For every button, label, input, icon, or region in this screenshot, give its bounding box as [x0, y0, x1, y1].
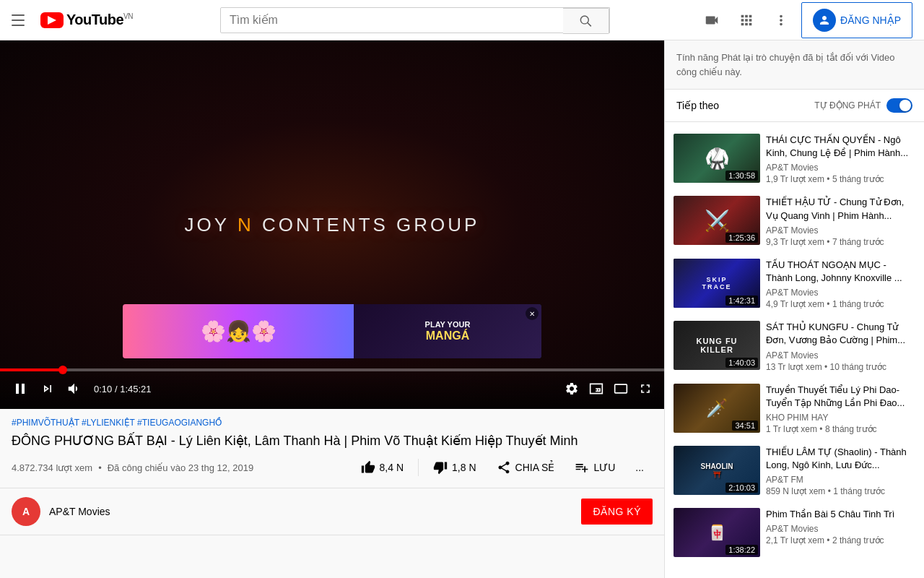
channel-row: A AP&T Movies ĐĂNG KÝ	[0, 488, 664, 535]
more-actions-button[interactable]: ...	[627, 457, 653, 478]
save-button[interactable]: LƯU	[566, 456, 624, 479]
video-player[interactable]: JOY N CONTENTS GROUP ✕ 🌸👧🌸 PLAY YOUR MAN…	[0, 40, 664, 409]
sidebar-item-channel: AP&T FM	[766, 475, 915, 485]
sidebar-item-channel: AP&T Movies	[766, 225, 915, 236]
thumb-duration: 2:10:03	[725, 483, 758, 493]
search-input[interactable]	[221, 8, 563, 33]
video-info: #PHIMVÕTHUẬT #LYLIENKIỆT #TIEUGAOGIANGHỒ…	[0, 409, 664, 479]
sidebar-item[interactable]: SKIPTRACE 1:42:31 TẦU THOÁT NGOẠN MỤC - …	[665, 253, 924, 315]
sidebar-item[interactable]: 1:25:36 THIẾT HẬU TỬ - Chung Tử Đơn, Vụ …	[665, 190, 924, 252]
sidebar-video-list: 1:30:58 THÁI CỰC THẦN QUYỀN - Ngô Kinh, …	[665, 122, 924, 569]
ad-close-button[interactable]: ✕	[526, 307, 539, 320]
skiptrace-label: SKIPTRACE	[702, 276, 732, 290]
sidebar-item-meta: 1,9 Tr lượt xem • 5 tháng trước	[766, 174, 915, 184]
signin-button[interactable]: ĐĂNG NHẬP	[801, 2, 912, 38]
dislike-count: 1,8 N	[452, 462, 476, 473]
sidebar-item-meta: 2,1 Tr lượt xem • 2 tháng trước	[766, 535, 915, 545]
volume-button[interactable]	[64, 378, 85, 400]
sidebar-item[interactable]: 1:30:58 THÁI CỰC THẦN QUYỀN - Ngô Kinh, …	[665, 128, 924, 190]
brand-highlight: N	[237, 214, 254, 236]
theater-button[interactable]	[611, 379, 631, 399]
video-meta: 4.872.734 lượt xem • Đã công chiếu vào 2…	[12, 456, 653, 479]
channel-name[interactable]: AP&T Movies	[49, 506, 581, 517]
more-options-button[interactable]	[767, 6, 796, 35]
autoplay-toggle[interactable]	[886, 98, 912, 113]
miniplayer-button[interactable]	[586, 379, 606, 399]
ad-game-text: MANGÁ	[426, 329, 469, 342]
video-player-wrap: JOY N CONTENTS GROUP ✕ 🌸👧🌸 PLAY YOUR MAN…	[0, 40, 664, 409]
ad-anime-section: 🌸👧🌸	[123, 304, 354, 358]
sidebar-item-info: Phim Thần Bài 5 Châu Tinh Trì AP&T Movie…	[766, 508, 915, 557]
like-count: 8,4 N	[380, 462, 404, 473]
brand-text: JOY N CONTENTS GROUP	[185, 214, 480, 236]
sidebar-item-channel: AP&T Movies	[766, 524, 915, 534]
sidebar-item-title: TẦU THOÁT NGOẠN MỤC - Thành Long, Johnny…	[766, 259, 915, 285]
autoplay-label: TỰ ĐỘNG PHÁT	[814, 100, 881, 111]
apps-button[interactable]	[732, 6, 761, 35]
play-pause-button[interactable]	[9, 377, 32, 400]
thumb-duration: 1:30:58	[725, 171, 758, 181]
video-dot: •	[98, 462, 102, 473]
more-actions-label: ...	[635, 462, 644, 473]
save-label: LƯU	[593, 462, 615, 473]
share-button[interactable]: CHIA SẺ	[488, 456, 564, 479]
sidebar-item-title: SÁT THỦ KUNGFU - Chung Tử Đơn, Vương Bảo…	[766, 321, 915, 347]
progress-fill	[0, 368, 63, 371]
thumb-duration: 1:42:31	[725, 296, 758, 306]
like-button[interactable]: 8,4 N	[352, 456, 412, 479]
video-tags[interactable]: #PHIMVÕTHUẬT #LYLIENKIỆT #TIEUGAOGIANGHỒ	[12, 418, 653, 428]
ad-play-text: PLAY YOUR	[425, 320, 471, 329]
thumb-duration: 1:40:03	[725, 358, 758, 368]
share-label: CHIA SẺ	[515, 462, 555, 473]
video-title-overlay: JOY N CONTENTS GROUP	[185, 214, 480, 236]
subscribe-button[interactable]: ĐĂNG KÝ	[581, 499, 653, 525]
next-button[interactable]	[38, 379, 58, 399]
video-controls: 0:10 / 1:45:21	[0, 368, 664, 409]
thumb-duration: 1:38:22	[725, 545, 758, 555]
sidebar-item-title: THIẾU LÂM TỰ (Shaolin) - Thành Long, Ngô…	[766, 446, 915, 472]
channel-avatar[interactable]: A	[12, 497, 40, 526]
thumb-duration: 34:51	[732, 420, 758, 431]
sidebar-item-meta: 859 N lượt xem • 1 tháng trước	[766, 486, 915, 496]
sidebar-item-title: Truyền Thuyết Tiểu Lý Phi Dao-Tuyển Tập …	[766, 384, 915, 410]
sidebar-item-title: Phim Thần Bài 5 Châu Tinh Trì	[766, 508, 915, 521]
video-section: JOY N CONTENTS GROUP ✕ 🌸👧🌸 PLAY YOUR MAN…	[0, 40, 664, 578]
sidebar-title: Tiếp theo	[676, 100, 719, 111]
video-main-title: ĐÔNG PHƯƠNG BẤT BẠI - Lý Liên Kiệt, Lâm …	[12, 432, 653, 450]
settings-button[interactable]	[562, 379, 582, 399]
sidebar-item-info: THIẾU LÂM TỰ (Shaolin) - Thành Long, Ngô…	[766, 446, 915, 496]
sidebar-item[interactable]: KUNG FUKILLER 1:40:03 SÁT THỦ KUNGFU - C…	[665, 315, 924, 377]
dislike-button[interactable]: 1,8 N	[424, 456, 484, 479]
search-button[interactable]	[563, 8, 609, 34]
video-views: 4.872.734 lượt xem	[12, 462, 92, 473]
sidebar-item-meta: 4,9 Tr lượt xem • 1 tháng trước	[766, 299, 915, 309]
shaolin-label: SHAOLIN⛩️	[701, 462, 733, 478]
sidebar-item[interactable]: 🗡️ 34:51 Truyền Thuyết Tiểu Lý Phi Dao-T…	[665, 378, 924, 440]
ad-right-section: PLAY YOUR MANGÁ	[354, 304, 541, 358]
progress-bar[interactable]	[0, 368, 664, 371]
time-display: 0:10 / 1:45:21	[94, 384, 152, 394]
sidebar-item-channel: AP&T Movies	[766, 288, 915, 298]
create-video-button[interactable]	[697, 6, 726, 35]
signin-avatar-icon	[813, 9, 836, 32]
sidebar-item-meta: 1 Tr lượt xem • 8 tháng trước	[766, 424, 915, 434]
signin-label: ĐĂNG NHẬP	[840, 14, 901, 26]
sidebar-item[interactable]: SHAOLIN⛩️ 2:10:03 THIẾU LÂM TỰ (Shaolin)…	[665, 440, 924, 502]
autoplay-notice: Tính năng Phát lại trò chuyện đã bị tắt …	[665, 40, 924, 90]
video-date: Đã công chiếu vào 23 thg 12, 2019	[108, 462, 253, 473]
sidebar-item-meta: 9,3 Tr lượt xem • 7 tháng trước	[766, 237, 915, 247]
sidebar-item-info: THÁI CỰC THẦN QUYỀN - Ngô Kinh, Chung Lệ…	[766, 134, 915, 184]
sidebar-item-channel: KHO PHIM HAY	[766, 413, 915, 423]
ad-banner[interactable]: ✕ 🌸👧🌸 PLAY YOUR MANGÁ	[123, 304, 541, 358]
youtube-logo[interactable]: YouTubeVN	[40, 12, 133, 28]
sidebar-item-meta: 13 Tr lượt xem • 10 tháng trước	[766, 362, 915, 372]
channel-info: AP&T Movies	[49, 506, 581, 517]
sidebar-item[interactable]: 🀄 1:38:22 Phim Thần Bài 5 Châu Tinh Trì …	[665, 502, 924, 563]
sidebar-item-title: THÁI CỰC THẦN QUYỀN - Ngô Kinh, Chung Lệ…	[766, 134, 915, 160]
fullscreen-button[interactable]	[635, 379, 655, 399]
sidebar-item-title: THIẾT HẬU TỬ - Chung Tử Đơn, Vụ Quang Vi…	[766, 196, 915, 222]
sidebar-item-channel: AP&T Movies	[766, 163, 915, 173]
youtube-logo-text: YouTubeVN	[66, 12, 133, 28]
menu-icon[interactable]	[12, 14, 29, 26]
search-bar	[162, 7, 668, 33]
